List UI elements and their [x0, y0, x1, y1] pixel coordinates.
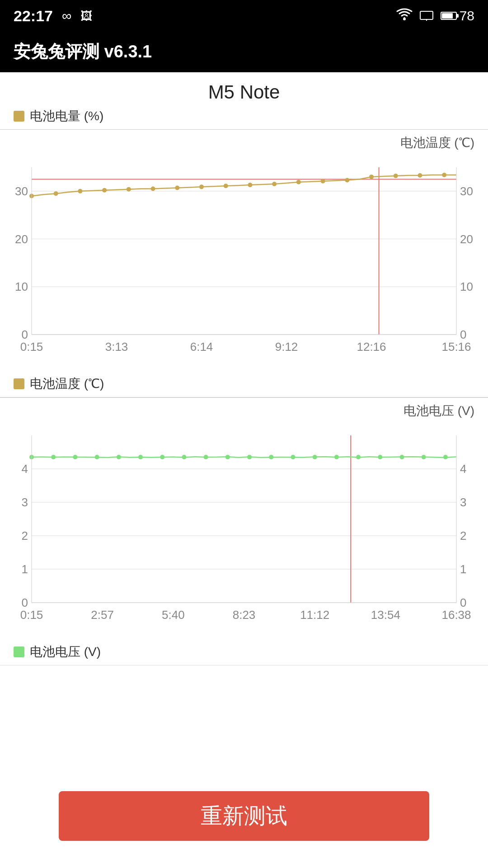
- battery-icon: 78: [441, 8, 474, 24]
- app-title: 安兔兔评测 v6.3.1: [14, 40, 152, 63]
- status-bar: 22:17 ∞ 🖼 78: [0, 0, 488, 32]
- battery-level-swatch: [14, 111, 24, 122]
- screen-icon: [420, 8, 433, 24]
- voltage-legend-swatch: [14, 646, 24, 657]
- infinity-icon: ∞: [62, 8, 71, 24]
- temp-chart-container: [0, 154, 488, 371]
- page-title: M5 Note: [0, 72, 488, 103]
- svg-rect-1: [420, 11, 433, 19]
- title-bar: 安兔兔评测 v6.3.1: [0, 32, 488, 72]
- status-time: 22:17: [14, 7, 53, 25]
- voltage-legend-label: 电池电压 (V): [30, 643, 101, 660]
- temp-chart-section: 电池温度 (℃) 电池温度 (℃): [0, 129, 488, 397]
- temp-chart-canvas: [0, 154, 488, 371]
- wifi-icon: [396, 8, 413, 24]
- battery-level-legend: 电池电量 (%): [0, 103, 488, 129]
- voltage-chart-container: [0, 422, 488, 639]
- temp-chart-title: 电池温度 (℃): [0, 130, 488, 154]
- voltage-chart-canvas: [0, 422, 488, 639]
- battery-level-label: 电池电量 (%): [30, 108, 103, 125]
- retest-button[interactable]: 重新测试: [59, 791, 429, 841]
- bottom-divider: [0, 665, 488, 665]
- temp-legend-swatch: [14, 378, 24, 389]
- voltage-chart-title: 电池电压 (V): [0, 398, 488, 422]
- temp-legend-label: 电池温度 (℃): [30, 375, 104, 392]
- temp-legend: 电池温度 (℃): [0, 371, 488, 397]
- voltage-chart-section: 电池电压 (V) 电池电压 (V): [0, 397, 488, 665]
- image-icon: 🖼: [80, 9, 92, 23]
- voltage-legend: 电池电压 (V): [0, 639, 488, 665]
- battery-percent: 78: [460, 8, 474, 24]
- svg-point-0: [403, 18, 406, 20]
